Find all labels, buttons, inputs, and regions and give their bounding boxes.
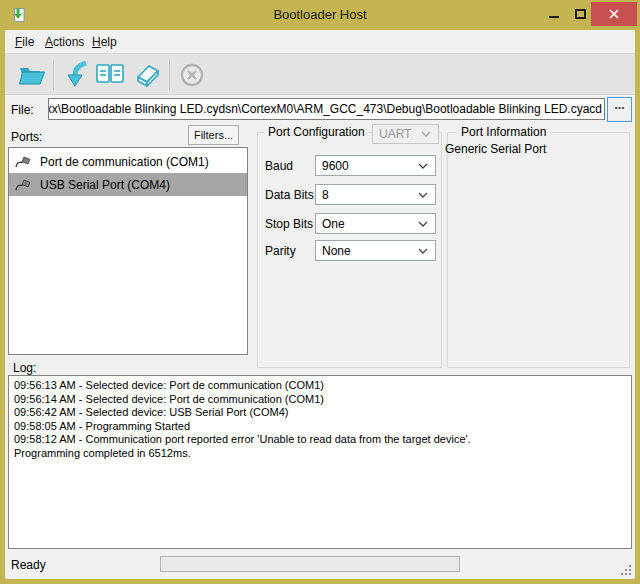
chevron-down-icon bbox=[418, 192, 428, 198]
maximize-button[interactable] bbox=[567, 2, 593, 26]
abort-button bbox=[176, 59, 208, 91]
open-file-button[interactable] bbox=[16, 59, 48, 91]
menu-bar: File Actions Help bbox=[5, 30, 635, 53]
progress-bar bbox=[160, 556, 460, 572]
port-information-group: Port Information bbox=[447, 132, 630, 368]
client-area: File Actions Help bbox=[5, 30, 635, 579]
menu-actions[interactable]: Actions bbox=[45, 35, 84, 49]
minimize-icon bbox=[549, 16, 559, 18]
stop-bits-label: Stop Bits bbox=[265, 217, 313, 231]
data-bits-value: 8 bbox=[322, 188, 329, 202]
maximize-icon bbox=[575, 9, 586, 19]
port-list-item[interactable]: Port de communication (COM1) bbox=[9, 150, 247, 173]
baud-value: 9600 bbox=[322, 159, 349, 173]
chevron-down-icon bbox=[418, 221, 428, 227]
protocol-select: UART bbox=[372, 124, 439, 144]
log-output[interactable]: 09:56:13 AM - Selected device: Port de c… bbox=[8, 375, 632, 549]
protocol-value: UART bbox=[379, 127, 411, 141]
status-bar: Ready bbox=[5, 551, 635, 579]
stop-bits-value: One bbox=[322, 217, 345, 231]
close-button[interactable] bbox=[591, 2, 637, 26]
stop-bits-select[interactable]: One bbox=[315, 213, 436, 234]
file-label: File: bbox=[11, 103, 34, 117]
parity-value: None bbox=[322, 244, 351, 258]
port-list-item-selected[interactable]: USB Serial Port (COM4) bbox=[9, 173, 247, 196]
port-name: Port de communication (COM1) bbox=[40, 155, 209, 169]
title-bar: Bootloader Host bbox=[0, 0, 640, 30]
program-button[interactable] bbox=[61, 59, 93, 91]
port-information-title: Port Information bbox=[457, 125, 550, 139]
menu-file[interactable]: File bbox=[15, 35, 34, 49]
log-label: Log: bbox=[13, 361, 36, 375]
status-text: Ready bbox=[11, 558, 46, 572]
data-bits-select[interactable]: 8 bbox=[315, 184, 436, 205]
browse-button[interactable]: ... bbox=[607, 97, 632, 122]
program-icon bbox=[65, 61, 89, 89]
open-file-icon bbox=[18, 63, 46, 87]
log-line: Programming completed in 6512ms. bbox=[14, 447, 626, 461]
chevron-down-icon bbox=[418, 248, 428, 254]
ports-list[interactable]: Port de communication (COM1) USB Serial … bbox=[8, 147, 248, 355]
log-line: 09:58:05 AM - Programming Started bbox=[14, 420, 626, 434]
verify-button[interactable] bbox=[94, 59, 126, 91]
toolbar-separator bbox=[53, 60, 54, 90]
port-configuration-title: Port Configuration bbox=[264, 125, 369, 139]
ports-label: Ports: bbox=[11, 130, 42, 144]
toolbar bbox=[5, 53, 635, 95]
serial-port-icon bbox=[14, 177, 32, 193]
verify-icon bbox=[95, 63, 125, 87]
serial-port-icon bbox=[14, 154, 32, 170]
baud-select[interactable]: 9600 bbox=[315, 155, 436, 176]
resize-grip-icon[interactable] bbox=[619, 563, 631, 575]
parity-label: Parity bbox=[265, 244, 296, 258]
close-icon bbox=[608, 8, 620, 20]
erase-button[interactable] bbox=[130, 59, 162, 91]
filters-button[interactable]: Filters... bbox=[188, 125, 239, 145]
data-bits-label: Data Bits bbox=[265, 188, 314, 202]
minimize-button[interactable] bbox=[541, 2, 567, 26]
log-line: 09:56:14 AM - Selected device: Port de c… bbox=[14, 393, 626, 407]
parity-select[interactable]: None bbox=[315, 240, 436, 261]
log-line: 09:58:12 AM - Communication port reporte… bbox=[14, 433, 626, 447]
erase-icon bbox=[131, 63, 161, 87]
chevron-down-icon bbox=[421, 131, 431, 137]
port-information-text: Generic Serial Port bbox=[445, 142, 546, 156]
file-path-input[interactable]: ader_41xx\Bootloadable Blinking LED.cyds… bbox=[48, 98, 605, 120]
log-line: 09:56:13 AM - Selected device: Port de c… bbox=[14, 379, 626, 393]
port-name: USB Serial Port (COM4) bbox=[40, 178, 170, 192]
toolbar-separator bbox=[169, 60, 170, 90]
bootloader-host-window: Bootloader Host File Actions Help bbox=[0, 0, 640, 584]
menu-help[interactable]: Help bbox=[92, 35, 117, 49]
abort-icon bbox=[179, 62, 205, 88]
file-path-value: ader_41xx\Bootloadable Blinking LED.cyds… bbox=[48, 102, 604, 116]
baud-label: Baud bbox=[265, 159, 293, 173]
log-line: 09:56:42 AM - Selected device: USB Seria… bbox=[14, 406, 626, 420]
chevron-down-icon bbox=[418, 163, 428, 169]
